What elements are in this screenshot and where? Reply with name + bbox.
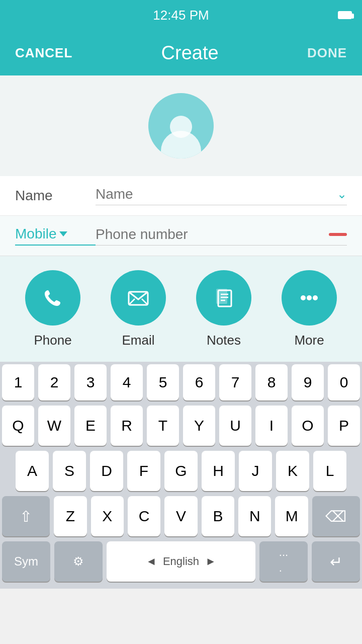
done-button[interactable]: DONE <box>307 45 347 61</box>
key-b[interactable]: B <box>202 496 234 536</box>
svg-line-2 <box>142 299 148 305</box>
bottom-row: Sym ⚙ ◄ English ► ···. ↵ <box>0 539 362 589</box>
svg-point-10 <box>313 295 318 300</box>
key-8[interactable]: 8 <box>255 364 288 400</box>
action-notes[interactable]: Notes <box>196 270 251 348</box>
space-key[interactable]: ◄ English ► <box>107 541 255 582</box>
phone-row: Mobile <box>0 216 362 256</box>
key-p[interactable]: P <box>328 406 360 446</box>
punctuation-key[interactable]: ···. <box>259 541 308 582</box>
notes-action-circle[interactable] <box>196 270 251 326</box>
qwerty-row: Q W E R T Y U I O P <box>0 403 362 448</box>
key-y[interactable]: Y <box>183 406 215 446</box>
key-r[interactable]: R <box>111 406 143 446</box>
key-g[interactable]: G <box>164 451 198 491</box>
space-label: ◄ English ► <box>146 555 216 568</box>
avatar[interactable] <box>148 93 214 158</box>
name-row: Name ⌄ <box>0 176 362 216</box>
key-4[interactable]: 4 <box>111 364 143 400</box>
mobile-type-selector[interactable]: Mobile <box>15 226 96 246</box>
key-h[interactable]: H <box>202 451 235 491</box>
settings-key[interactable]: ⚙ <box>54 541 103 582</box>
key-w[interactable]: W <box>38 406 70 446</box>
phone-input-area <box>96 226 347 246</box>
key-0[interactable]: 0 <box>328 364 360 400</box>
mobile-dropdown-icon <box>59 231 67 236</box>
shift-key[interactable]: ⇧ <box>2 496 50 536</box>
key-m[interactable]: M <box>275 496 308 536</box>
phone-action-label: Phone <box>34 333 71 348</box>
key-z[interactable]: Z <box>54 496 86 536</box>
key-1[interactable]: 1 <box>2 364 34 400</box>
battery-icon <box>338 11 352 19</box>
form-section: Name ⌄ Mobile <box>0 176 362 256</box>
key-q[interactable]: Q <box>2 406 34 446</box>
avatar-silhouette <box>161 113 201 158</box>
status-time: 12:45 PM <box>153 8 209 23</box>
key-6[interactable]: 6 <box>183 364 215 400</box>
svg-line-1 <box>129 299 135 305</box>
key-a[interactable]: A <box>16 451 49 491</box>
more-icon <box>297 285 322 310</box>
svg-point-8 <box>301 295 306 300</box>
enter-key[interactable]: ↵ <box>312 541 360 582</box>
key-x[interactable]: X <box>91 496 124 536</box>
status-bar: 12:45 PM <box>0 0 362 30</box>
key-e[interactable]: E <box>74 406 107 446</box>
key-s[interactable]: S <box>53 451 86 491</box>
action-icons-section: Phone Email Notes <box>0 256 362 362</box>
name-input-area: ⌄ <box>96 186 347 205</box>
name-input[interactable] <box>96 186 332 202</box>
asdf-row: A S D F G H J K L <box>0 448 362 494</box>
key-f[interactable]: F <box>127 451 160 491</box>
email-action-circle[interactable] <box>111 270 166 326</box>
key-5[interactable]: 5 <box>147 364 179 400</box>
email-action-label: Email <box>122 333 154 348</box>
chevron-down-icon[interactable]: ⌄ <box>337 187 347 201</box>
avatar-section[interactable] <box>0 75 362 176</box>
action-phone[interactable]: Phone <box>25 270 80 348</box>
backspace-key[interactable]: ⌫ <box>312 496 360 536</box>
phone-input[interactable] <box>96 226 324 243</box>
key-j[interactable]: J <box>239 451 272 491</box>
phone-action-circle[interactable] <box>25 270 80 326</box>
cancel-button[interactable]: CANCEL <box>15 45 72 61</box>
svg-point-9 <box>307 295 312 300</box>
page-title: Create <box>161 42 219 64</box>
top-bar: CANCEL Create DONE <box>0 30 362 75</box>
email-icon <box>126 285 151 310</box>
name-label: Name <box>15 188 96 204</box>
avatar-body <box>161 131 201 158</box>
key-9[interactable]: 9 <box>292 364 324 400</box>
key-3[interactable]: 3 <box>74 364 107 400</box>
mobile-label-text: Mobile <box>15 226 56 242</box>
more-action-circle[interactable] <box>282 270 337 326</box>
phone-icon <box>40 285 65 310</box>
notes-action-label: Notes <box>207 333 241 348</box>
key-n[interactable]: N <box>238 496 271 536</box>
key-o[interactable]: O <box>292 406 324 446</box>
key-l[interactable]: L <box>313 451 346 491</box>
key-u[interactable]: U <box>219 406 251 446</box>
action-email[interactable]: Email <box>111 270 166 348</box>
key-k[interactable]: K <box>276 451 309 491</box>
action-more[interactable]: More <box>282 270 337 348</box>
number-row: 1 2 3 4 5 6 7 8 9 0 <box>0 362 362 403</box>
notes-icon <box>211 285 236 310</box>
key-c[interactable]: C <box>128 496 160 536</box>
key-i[interactable]: I <box>255 406 288 446</box>
key-2[interactable]: 2 <box>38 364 70 400</box>
key-v[interactable]: V <box>164 496 197 536</box>
sym-key[interactable]: Sym <box>2 541 50 582</box>
more-action-label: More <box>294 333 324 348</box>
key-t[interactable]: T <box>147 406 179 446</box>
remove-phone-button[interactable] <box>329 233 347 236</box>
zxcv-row: ⇧ Z X C V B N M ⌫ <box>0 494 362 539</box>
key-d[interactable]: D <box>90 451 123 491</box>
keyboard: 1 2 3 4 5 6 7 8 9 0 Q W E R T Y U I O P … <box>0 362 362 589</box>
key-7[interactable]: 7 <box>219 364 251 400</box>
